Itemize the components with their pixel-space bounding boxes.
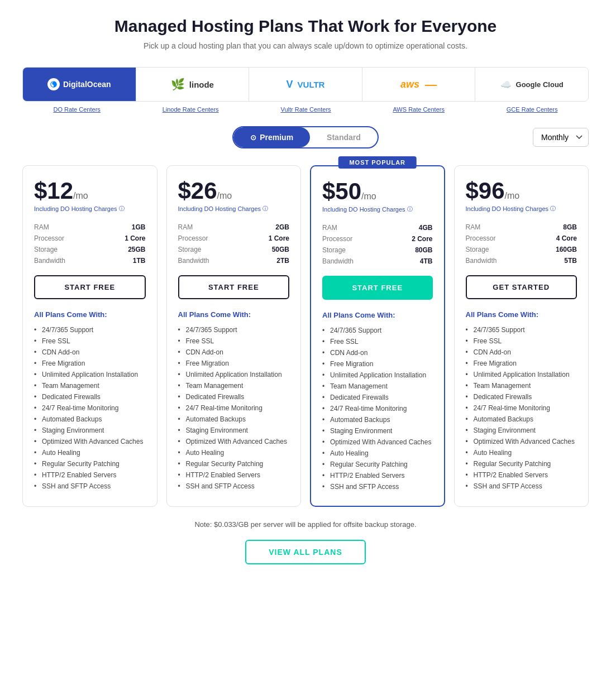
feature-item: Dedicated Firewalls <box>322 392 433 403</box>
spec-table: RAM 1GB Processor 1 Core Storage 25GB Ba… <box>34 222 146 266</box>
feature-item: CDN Add-on <box>322 347 433 358</box>
spec-row: RAM 8GB <box>466 222 577 233</box>
spec-row: Bandwidth 2TB <box>178 255 290 266</box>
plan-cta-button[interactable]: GET STARTED <box>466 275 577 299</box>
premium-toggle[interactable]: ⊙ Premium <box>233 127 310 147</box>
spec-value: 25GB <box>128 246 145 253</box>
feature-item: Automated Backups <box>178 414 290 425</box>
vultr-rate-link[interactable]: Vultr Rate Centers <box>280 106 331 113</box>
linode-rate-link[interactable]: Linode Rate Centers <box>163 106 219 113</box>
spec-value: 4 Core <box>556 234 577 242</box>
spec-label: RAM <box>34 223 49 231</box>
features-title: All Plans Come With: <box>34 310 146 319</box>
spec-label: Bandwidth <box>178 257 209 265</box>
spec-label: Storage <box>322 246 346 254</box>
price-note: Including DO Hosting Charges ⓘ <box>34 205 146 213</box>
spec-value: 4GB <box>419 224 433 232</box>
spec-row: Processor 1 Core <box>178 233 290 244</box>
feature-item: SSH and SFTP Access <box>322 481 433 492</box>
provider-tab-aws[interactable]: aws ▬▬▬ <box>362 68 476 101</box>
spec-value: 80GB <box>415 246 432 254</box>
price-note: Including DO Hosting Charges ⓘ <box>178 205 290 213</box>
feature-item: Optimized With Advanced Caches <box>466 436 577 447</box>
spec-value: 2TB <box>276 257 289 265</box>
plan-cta-button[interactable]: START FREE <box>34 275 146 299</box>
feature-item: Optimized With Advanced Caches <box>34 436 146 447</box>
feature-item: 24/7/365 Support <box>466 324 577 335</box>
plan-period: /mo <box>217 191 232 200</box>
aws-rate-link[interactable]: AWS Rate Centers <box>393 106 445 113</box>
view-all-button[interactable]: VIEW ALL PLANS <box>245 540 365 564</box>
spec-label: Storage <box>466 246 489 253</box>
feature-item: Dedicated Firewalls <box>34 391 146 402</box>
spec-label: Processor <box>178 234 208 242</box>
plan-price: $26/mo <box>178 179 290 203</box>
provider-tab-linode[interactable]: 🌿 linode <box>136 68 250 101</box>
feature-item: SSH and SFTP Access <box>466 481 577 492</box>
popular-badge: MOST POPULAR <box>338 156 417 169</box>
linode-label: linode <box>189 80 214 89</box>
spec-row: Storage 25GB <box>34 244 146 255</box>
spec-value: 1GB <box>132 223 146 231</box>
feature-item: CDN Add-on <box>34 347 146 358</box>
feature-item: Free SSL <box>34 335 146 347</box>
plan-period: /mo <box>505 191 520 200</box>
feature-item: 24/7/365 Support <box>322 325 433 336</box>
spec-row: Bandwidth 4TB <box>322 256 433 267</box>
spec-row: Processor 1 Core <box>34 233 146 244</box>
price-note: Including DO Hosting Charges ⓘ <box>322 205 433 213</box>
feature-item: Auto Healing <box>34 447 146 458</box>
page-title: Managed Hosting Plans That Work for Ever… <box>22 17 589 36</box>
price-note: Including DO Hosting Charges ⓘ <box>466 205 577 213</box>
billing-select[interactable]: Monthly Annually <box>533 128 589 147</box>
vultr-label: VULTR <box>298 80 325 89</box>
spec-label: Processor <box>466 234 496 242</box>
gce-rate-link[interactable]: GCE Rate Centers <box>507 106 558 113</box>
plan-period: /mo <box>361 191 376 201</box>
spec-row: Storage 160GB <box>466 244 577 255</box>
provider-tab-vultr[interactable]: V VULTR <box>249 68 362 101</box>
view-all-wrap: VIEW ALL PLANS <box>22 540 589 564</box>
spec-value: 8GB <box>563 223 577 231</box>
feature-item: Optimized With Advanced Caches <box>178 436 290 447</box>
plan-price: $50/mo <box>322 180 433 203</box>
feature-item: Optimized With Advanced Caches <box>322 437 433 448</box>
info-icon[interactable]: ⓘ <box>407 205 413 213</box>
do-rate-link[interactable]: DO Rate Centers <box>53 106 100 113</box>
spec-value: 2 Core <box>412 235 432 243</box>
plan-cta-button[interactable]: START FREE <box>322 276 433 300</box>
feature-item: HTTP/2 Enabled Servers <box>466 469 577 481</box>
info-icon[interactable]: ⓘ <box>550 205 556 213</box>
provider-tab-gcloud[interactable]: ☁️ Google Cloud <box>475 68 588 101</box>
spec-label: Bandwidth <box>466 257 497 265</box>
spec-label: Bandwidth <box>322 257 354 265</box>
feature-item: Staging Environment <box>34 425 146 436</box>
feature-item: 24/7/365 Support <box>34 324 146 335</box>
feature-item: Free Migration <box>178 358 290 369</box>
features-title: All Plans Come With: <box>322 311 433 319</box>
standard-toggle[interactable]: Standard <box>310 127 378 147</box>
feature-item: 24/7 Real-time Monitoring <box>322 403 433 414</box>
feature-item: Free Migration <box>466 358 577 369</box>
spec-label: Processor <box>34 234 64 242</box>
feature-item: Unlimited Application Installation <box>178 369 290 380</box>
provider-tabs: DigitalOcean 🌿 linode V VULTR aws ▬▬▬ ☁️… <box>22 67 589 102</box>
spec-row: Storage 80GB <box>322 244 433 256</box>
feature-item: Regular Security Patching <box>466 458 577 469</box>
plan-type-toggle: ⊙ Premium Standard <box>232 126 379 148</box>
footer-note: Note: $0.033/GB per server will be appli… <box>22 520 589 529</box>
feature-item: Unlimited Application Installation <box>466 369 577 380</box>
feature-item: Dedicated Firewalls <box>178 391 290 402</box>
feature-item: Automated Backups <box>322 414 433 425</box>
spec-table: RAM 4GB Processor 2 Core Storage 80GB Ba… <box>322 222 433 267</box>
info-icon[interactable]: ⓘ <box>262 205 268 213</box>
spec-label: Bandwidth <box>34 257 65 265</box>
feature-item: CDN Add-on <box>178 347 290 358</box>
plan-cta-button[interactable]: START FREE <box>178 275 290 299</box>
info-icon[interactable]: ⓘ <box>119 205 125 213</box>
provider-tab-digitalocean[interactable]: DigitalOcean <box>23 68 136 101</box>
feature-item: Team Management <box>466 380 577 391</box>
spec-row: RAM 1GB <box>34 222 146 233</box>
plan-period: /mo <box>73 191 88 200</box>
feature-item: Auto Healing <box>466 447 577 458</box>
